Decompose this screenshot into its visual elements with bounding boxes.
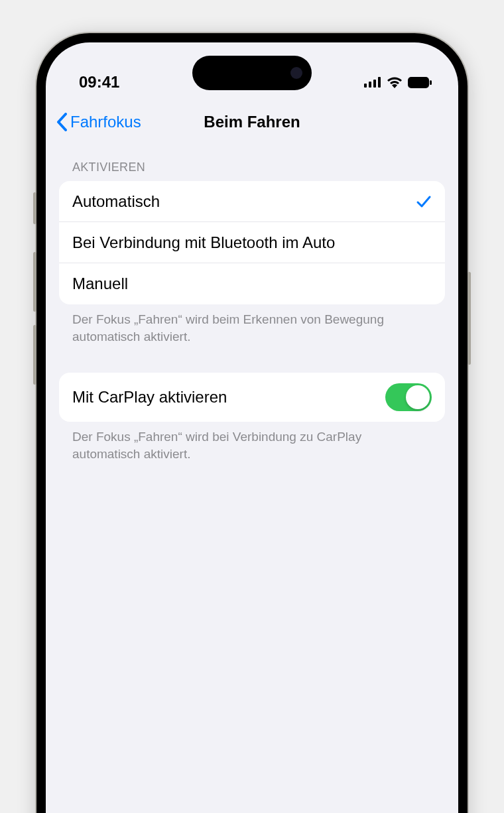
- option-automatic[interactable]: Automatisch: [59, 181, 445, 222]
- svg-rect-1: [369, 82, 371, 88]
- svg-rect-3: [378, 77, 381, 88]
- wifi-icon: [387, 76, 403, 88]
- option-label: Manuell: [72, 275, 128, 293]
- status-icons: [364, 76, 432, 88]
- spacer: [59, 345, 445, 373]
- checkmark-icon: [416, 194, 432, 210]
- page-title: Beim Fahren: [204, 113, 300, 131]
- battery-icon: [408, 77, 432, 88]
- back-button[interactable]: Fahrfokus: [56, 113, 141, 131]
- carplay-toggle[interactable]: [385, 383, 432, 411]
- svg-rect-4: [408, 77, 429, 88]
- svg-rect-0: [364, 84, 367, 88]
- camera-icon: [290, 67, 302, 79]
- nav-bar: Fahrfokus Beim Fahren: [46, 102, 458, 142]
- section-footer-carplay: Der Fokus „Fahren“ wird bei Verbindung z…: [59, 422, 445, 462]
- content: Aktivieren Automatisch Bei Verbindung mi…: [46, 142, 458, 463]
- chevron-left-icon: [56, 113, 68, 131]
- volume-down-button: [33, 325, 36, 385]
- activate-options-group: Automatisch Bei Verbindung mit Bluetooth…: [59, 181, 445, 304]
- screen: 09:41: [46, 42, 458, 813]
- svg-rect-5: [430, 80, 432, 85]
- dynamic-island: [192, 56, 312, 90]
- carplay-label: Mit CarPlay aktivieren: [72, 388, 227, 407]
- cellular-icon: [364, 77, 381, 88]
- back-label: Fahrfokus: [70, 113, 141, 131]
- section-header-activate: Aktivieren: [59, 142, 445, 181]
- section-footer-activate: Der Fokus „Fahren“ wird beim Erkennen vo…: [59, 304, 445, 345]
- option-manual[interactable]: Manuell: [59, 263, 445, 304]
- carplay-row[interactable]: Mit CarPlay aktivieren: [59, 373, 445, 422]
- status-time: 09:41: [79, 73, 119, 92]
- side-button: [33, 192, 36, 224]
- carplay-group: Mit CarPlay aktivieren: [59, 373, 445, 422]
- toggle-knob: [406, 385, 430, 409]
- volume-up-button: [33, 252, 36, 312]
- option-label: Bei Verbindung mit Bluetooth im Auto: [72, 233, 335, 252]
- option-bluetooth[interactable]: Bei Verbindung mit Bluetooth im Auto: [59, 222, 445, 263]
- option-label: Automatisch: [72, 192, 160, 211]
- phone-frame: 09:41: [36, 33, 468, 813]
- svg-rect-2: [373, 80, 376, 88]
- power-button: [468, 272, 471, 365]
